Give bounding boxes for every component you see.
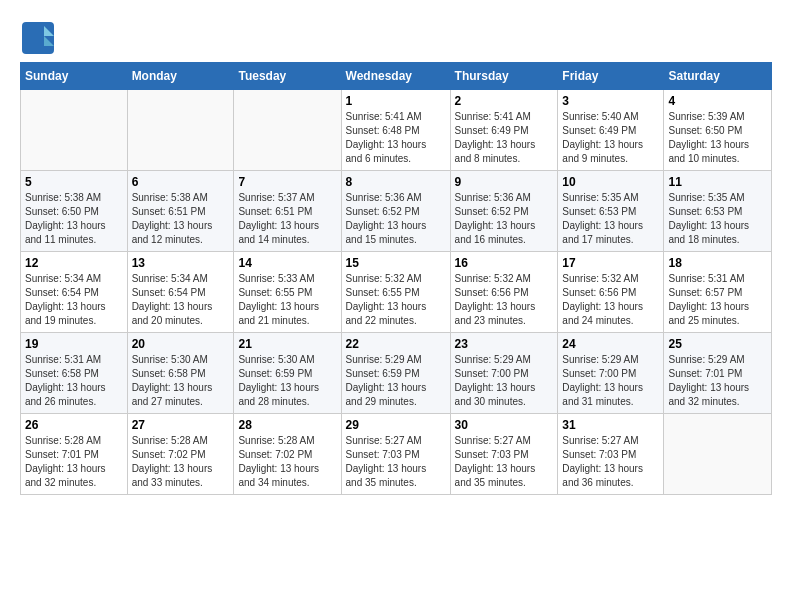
calendar-cell: 2Sunrise: 5:41 AM Sunset: 6:49 PM Daylig… (450, 90, 558, 171)
day-number: 16 (455, 256, 554, 270)
day-info: Sunrise: 5:28 AM Sunset: 7:02 PM Dayligh… (132, 434, 230, 490)
day-info: Sunrise: 5:27 AM Sunset: 7:03 PM Dayligh… (346, 434, 446, 490)
calendar-cell: 21Sunrise: 5:30 AM Sunset: 6:59 PM Dayli… (234, 333, 341, 414)
header-thursday: Thursday (450, 63, 558, 90)
day-number: 18 (668, 256, 767, 270)
day-number: 23 (455, 337, 554, 351)
day-info: Sunrise: 5:38 AM Sunset: 6:51 PM Dayligh… (132, 191, 230, 247)
calendar-cell (664, 414, 772, 495)
day-number: 14 (238, 256, 336, 270)
page-header (20, 20, 772, 52)
day-info: Sunrise: 5:32 AM Sunset: 6:56 PM Dayligh… (562, 272, 659, 328)
calendar-cell: 4Sunrise: 5:39 AM Sunset: 6:50 PM Daylig… (664, 90, 772, 171)
week-row-4: 19Sunrise: 5:31 AM Sunset: 6:58 PM Dayli… (21, 333, 772, 414)
day-info: Sunrise: 5:34 AM Sunset: 6:54 PM Dayligh… (25, 272, 123, 328)
day-number: 4 (668, 94, 767, 108)
day-number: 9 (455, 175, 554, 189)
day-info: Sunrise: 5:32 AM Sunset: 6:56 PM Dayligh… (455, 272, 554, 328)
calendar-cell: 9Sunrise: 5:36 AM Sunset: 6:52 PM Daylig… (450, 171, 558, 252)
day-number: 10 (562, 175, 659, 189)
logo-icon (20, 20, 52, 52)
day-number: 30 (455, 418, 554, 432)
day-number: 12 (25, 256, 123, 270)
day-number: 15 (346, 256, 446, 270)
calendar-cell: 6Sunrise: 5:38 AM Sunset: 6:51 PM Daylig… (127, 171, 234, 252)
day-info: Sunrise: 5:31 AM Sunset: 6:57 PM Dayligh… (668, 272, 767, 328)
day-info: Sunrise: 5:29 AM Sunset: 7:00 PM Dayligh… (455, 353, 554, 409)
calendar-cell: 10Sunrise: 5:35 AM Sunset: 6:53 PM Dayli… (558, 171, 664, 252)
calendar-cell: 17Sunrise: 5:32 AM Sunset: 6:56 PM Dayli… (558, 252, 664, 333)
day-info: Sunrise: 5:41 AM Sunset: 6:48 PM Dayligh… (346, 110, 446, 166)
day-number: 17 (562, 256, 659, 270)
calendar-cell: 5Sunrise: 5:38 AM Sunset: 6:50 PM Daylig… (21, 171, 128, 252)
day-number: 29 (346, 418, 446, 432)
calendar-cell: 3Sunrise: 5:40 AM Sunset: 6:49 PM Daylig… (558, 90, 664, 171)
calendar-cell: 15Sunrise: 5:32 AM Sunset: 6:55 PM Dayli… (341, 252, 450, 333)
header-monday: Monday (127, 63, 234, 90)
day-number: 26 (25, 418, 123, 432)
day-info: Sunrise: 5:41 AM Sunset: 6:49 PM Dayligh… (455, 110, 554, 166)
day-number: 5 (25, 175, 123, 189)
calendar-cell: 7Sunrise: 5:37 AM Sunset: 6:51 PM Daylig… (234, 171, 341, 252)
calendar-cell (234, 90, 341, 171)
calendar-cell: 1Sunrise: 5:41 AM Sunset: 6:48 PM Daylig… (341, 90, 450, 171)
day-number: 21 (238, 337, 336, 351)
header-tuesday: Tuesday (234, 63, 341, 90)
week-row-3: 12Sunrise: 5:34 AM Sunset: 6:54 PM Dayli… (21, 252, 772, 333)
svg-rect-0 (22, 22, 54, 54)
calendar-cell: 30Sunrise: 5:27 AM Sunset: 7:03 PM Dayli… (450, 414, 558, 495)
day-info: Sunrise: 5:40 AM Sunset: 6:49 PM Dayligh… (562, 110, 659, 166)
header-sunday: Sunday (21, 63, 128, 90)
calendar-cell: 23Sunrise: 5:29 AM Sunset: 7:00 PM Dayli… (450, 333, 558, 414)
day-info: Sunrise: 5:35 AM Sunset: 6:53 PM Dayligh… (562, 191, 659, 247)
day-info: Sunrise: 5:35 AM Sunset: 6:53 PM Dayligh… (668, 191, 767, 247)
calendar-cell: 24Sunrise: 5:29 AM Sunset: 7:00 PM Dayli… (558, 333, 664, 414)
day-number: 19 (25, 337, 123, 351)
day-number: 31 (562, 418, 659, 432)
day-info: Sunrise: 5:33 AM Sunset: 6:55 PM Dayligh… (238, 272, 336, 328)
day-info: Sunrise: 5:29 AM Sunset: 6:59 PM Dayligh… (346, 353, 446, 409)
day-number: 24 (562, 337, 659, 351)
day-info: Sunrise: 5:27 AM Sunset: 7:03 PM Dayligh… (562, 434, 659, 490)
calendar-cell: 31Sunrise: 5:27 AM Sunset: 7:03 PM Dayli… (558, 414, 664, 495)
day-info: Sunrise: 5:38 AM Sunset: 6:50 PM Dayligh… (25, 191, 123, 247)
day-info: Sunrise: 5:28 AM Sunset: 7:01 PM Dayligh… (25, 434, 123, 490)
day-number: 25 (668, 337, 767, 351)
header-wednesday: Wednesday (341, 63, 450, 90)
calendar-cell: 25Sunrise: 5:29 AM Sunset: 7:01 PM Dayli… (664, 333, 772, 414)
calendar-cell: 19Sunrise: 5:31 AM Sunset: 6:58 PM Dayli… (21, 333, 128, 414)
calendar-cell: 8Sunrise: 5:36 AM Sunset: 6:52 PM Daylig… (341, 171, 450, 252)
calendar-cell: 14Sunrise: 5:33 AM Sunset: 6:55 PM Dayli… (234, 252, 341, 333)
day-info: Sunrise: 5:29 AM Sunset: 7:00 PM Dayligh… (562, 353, 659, 409)
day-number: 2 (455, 94, 554, 108)
calendar-cell (127, 90, 234, 171)
day-number: 13 (132, 256, 230, 270)
header-row: SundayMondayTuesdayWednesdayThursdayFrid… (21, 63, 772, 90)
day-info: Sunrise: 5:36 AM Sunset: 6:52 PM Dayligh… (455, 191, 554, 247)
day-info: Sunrise: 5:39 AM Sunset: 6:50 PM Dayligh… (668, 110, 767, 166)
calendar-cell: 20Sunrise: 5:30 AM Sunset: 6:58 PM Dayli… (127, 333, 234, 414)
calendar-cell: 13Sunrise: 5:34 AM Sunset: 6:54 PM Dayli… (127, 252, 234, 333)
day-info: Sunrise: 5:29 AM Sunset: 7:01 PM Dayligh… (668, 353, 767, 409)
day-number: 11 (668, 175, 767, 189)
header-saturday: Saturday (664, 63, 772, 90)
day-number: 22 (346, 337, 446, 351)
week-row-2: 5Sunrise: 5:38 AM Sunset: 6:50 PM Daylig… (21, 171, 772, 252)
calendar-cell: 29Sunrise: 5:27 AM Sunset: 7:03 PM Dayli… (341, 414, 450, 495)
logo (20, 20, 56, 52)
day-number: 27 (132, 418, 230, 432)
calendar-cell: 11Sunrise: 5:35 AM Sunset: 6:53 PM Dayli… (664, 171, 772, 252)
week-row-5: 26Sunrise: 5:28 AM Sunset: 7:01 PM Dayli… (21, 414, 772, 495)
calendar-cell: 18Sunrise: 5:31 AM Sunset: 6:57 PM Dayli… (664, 252, 772, 333)
week-row-1: 1Sunrise: 5:41 AM Sunset: 6:48 PM Daylig… (21, 90, 772, 171)
day-number: 3 (562, 94, 659, 108)
day-number: 28 (238, 418, 336, 432)
calendar-cell: 27Sunrise: 5:28 AM Sunset: 7:02 PM Dayli… (127, 414, 234, 495)
calendar-cell: 12Sunrise: 5:34 AM Sunset: 6:54 PM Dayli… (21, 252, 128, 333)
day-info: Sunrise: 5:37 AM Sunset: 6:51 PM Dayligh… (238, 191, 336, 247)
day-info: Sunrise: 5:27 AM Sunset: 7:03 PM Dayligh… (455, 434, 554, 490)
day-number: 8 (346, 175, 446, 189)
day-info: Sunrise: 5:30 AM Sunset: 6:58 PM Dayligh… (132, 353, 230, 409)
day-number: 20 (132, 337, 230, 351)
day-number: 7 (238, 175, 336, 189)
